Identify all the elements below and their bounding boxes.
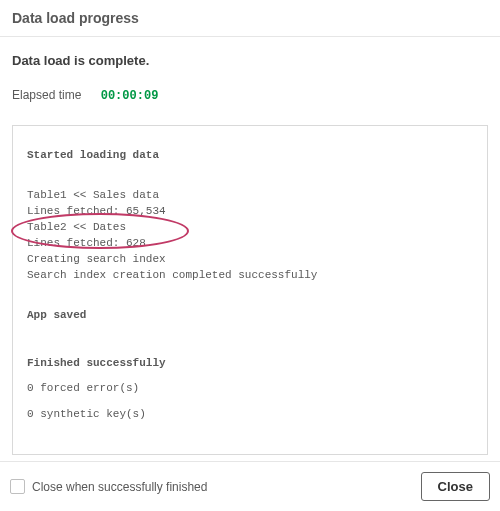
close-on-finish-checkbox[interactable]: Close when successfully finished (10, 479, 421, 494)
log-line: Table2 << Dates (27, 220, 473, 236)
log-line: Lines fetched: 65,534 (27, 204, 473, 220)
dialog-title: Data load progress (12, 10, 488, 26)
log-line: Lines fetched: 628 (27, 236, 473, 252)
log-line: 0 forced error(s) (27, 381, 473, 397)
load-log-panel: Started loading data Table1 << Sales dat… (12, 125, 488, 455)
checkbox-icon (10, 479, 25, 494)
log-heading-finished: Finished successfully (27, 356, 473, 372)
log-line: 0 synthetic key(s) (27, 407, 473, 423)
elapsed-time-value: 00:00:09 (101, 89, 159, 103)
dialog-header: Data load progress (0, 0, 500, 37)
elapsed-time-label: Elapsed time (12, 88, 81, 102)
dialog-footer: Close when successfully finished Close (0, 461, 500, 511)
close-on-finish-label: Close when successfully finished (32, 480, 207, 494)
log-heading-start: Started loading data (27, 148, 473, 164)
log-line: Creating search index (27, 252, 473, 268)
log-heading-saved: App saved (27, 308, 473, 324)
elapsed-time-row: Elapsed time 00:00:09 (0, 68, 500, 111)
log-line: Search index creation completed successf… (27, 268, 473, 284)
close-button[interactable]: Close (421, 472, 490, 501)
load-status-message: Data load is complete. (0, 37, 500, 68)
log-line: Table1 << Sales data (27, 188, 473, 204)
